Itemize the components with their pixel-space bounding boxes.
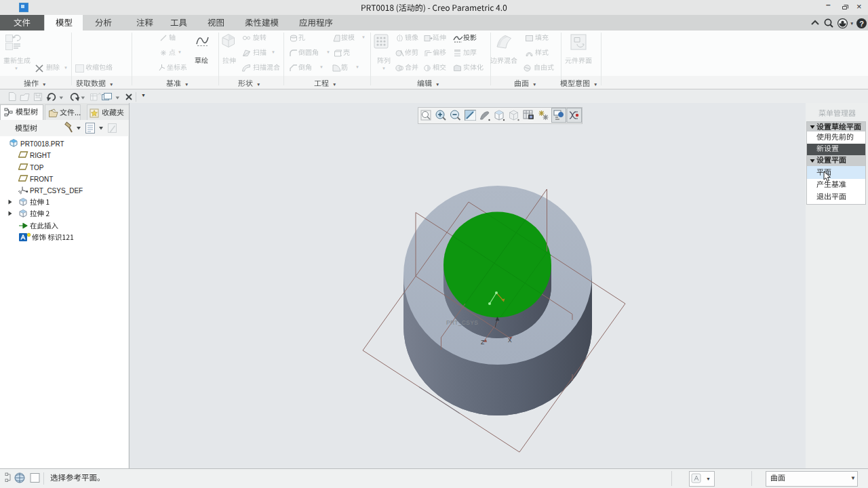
svg-text:?: ? [859,20,864,28]
svg-text:PRT_CSYS: PRT_CSYS [446,319,478,326]
svg-text:X: X [508,337,512,344]
svg-text:Z: Z [481,339,484,346]
